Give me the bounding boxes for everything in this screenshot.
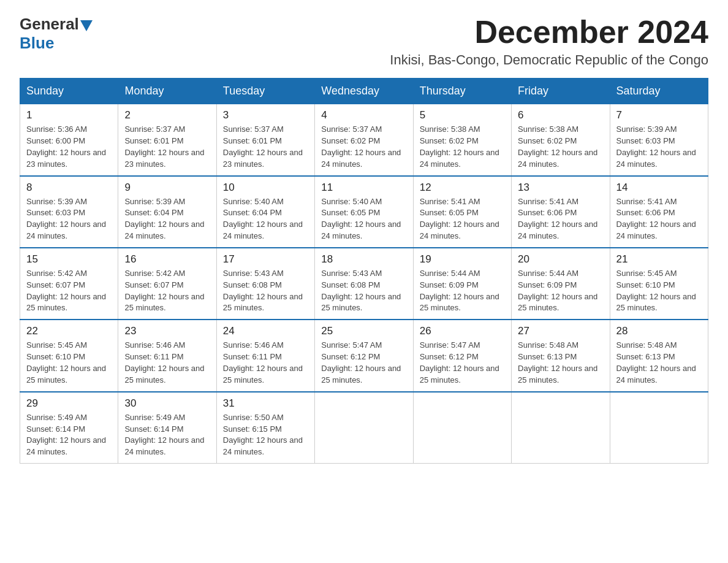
calendar-cell: 5 Sunrise: 5:38 AM Sunset: 6:02 PM Dayli… — [413, 104, 511, 176]
weekday-header-saturday: Saturday — [610, 79, 708, 104]
calendar-cell: 26 Sunrise: 5:47 AM Sunset: 6:12 PM Dayl… — [413, 320, 511, 391]
weekday-header-friday: Friday — [512, 79, 610, 104]
day-info: Sunrise: 5:38 AM Sunset: 6:02 PM Dayligh… — [420, 124, 505, 170]
calendar-cell: 2 Sunrise: 5:37 AM Sunset: 6:01 PM Dayli… — [118, 104, 216, 176]
day-info: Sunrise: 5:39 AM Sunset: 6:04 PM Dayligh… — [124, 196, 210, 242]
calendar-cell: 27 Sunrise: 5:48 AM Sunset: 6:13 PM Dayl… — [512, 320, 610, 391]
page-header: General Blue December 2024 Inkisi, Bas-C… — [20, 15, 708, 68]
day-number: 3 — [223, 109, 308, 121]
day-number: 22 — [26, 325, 112, 337]
weekday-header-thursday: Thursday — [413, 79, 511, 104]
day-info: Sunrise: 5:40 AM Sunset: 6:04 PM Dayligh… — [223, 196, 308, 242]
day-info: Sunrise: 5:37 AM Sunset: 6:01 PM Dayligh… — [124, 124, 210, 170]
weekday-header-wednesday: Wednesday — [315, 79, 413, 104]
calendar-cell: 29 Sunrise: 5:49 AM Sunset: 6:14 PM Dayl… — [20, 392, 118, 464]
calendar-cell: 19 Sunrise: 5:44 AM Sunset: 6:09 PM Dayl… — [413, 248, 511, 320]
day-number: 13 — [518, 182, 603, 194]
calendar-cell: 18 Sunrise: 5:43 AM Sunset: 6:08 PM Dayl… — [315, 248, 413, 320]
day-number: 10 — [223, 182, 308, 194]
calendar-cell: 23 Sunrise: 5:46 AM Sunset: 6:11 PM Dayl… — [118, 320, 216, 391]
day-number: 15 — [26, 253, 112, 266]
calendar-cell: 8 Sunrise: 5:39 AM Sunset: 6:03 PM Dayli… — [20, 176, 118, 248]
day-number: 29 — [26, 397, 112, 410]
day-info: Sunrise: 5:37 AM Sunset: 6:02 PM Dayligh… — [321, 124, 406, 170]
day-info: Sunrise: 5:40 AM Sunset: 6:05 PM Dayligh… — [321, 196, 406, 242]
day-info: Sunrise: 5:36 AM Sunset: 6:00 PM Dayligh… — [26, 124, 112, 170]
day-info: Sunrise: 5:44 AM Sunset: 6:09 PM Dayligh… — [518, 268, 603, 314]
calendar-cell: 4 Sunrise: 5:37 AM Sunset: 6:02 PM Dayli… — [315, 104, 413, 176]
calendar-subtitle: Inkisi, Bas-Congo, Democratic Republic o… — [390, 52, 708, 68]
day-number: 20 — [518, 253, 603, 266]
calendar-cell: 25 Sunrise: 5:47 AM Sunset: 6:12 PM Dayl… — [315, 320, 413, 391]
day-number: 24 — [223, 325, 308, 337]
calendar-cell: 13 Sunrise: 5:41 AM Sunset: 6:06 PM Dayl… — [512, 176, 610, 248]
day-info: Sunrise: 5:46 AM Sunset: 6:11 PM Dayligh… — [223, 340, 308, 386]
weekday-header-sunday: Sunday — [20, 79, 118, 104]
day-info: Sunrise: 5:43 AM Sunset: 6:08 PM Dayligh… — [223, 268, 308, 314]
day-info: Sunrise: 5:41 AM Sunset: 6:05 PM Dayligh… — [420, 196, 505, 242]
day-number: 25 — [321, 325, 406, 337]
calendar-week-5: 29 Sunrise: 5:49 AM Sunset: 6:14 PM Dayl… — [20, 392, 708, 464]
day-number: 21 — [616, 253, 702, 266]
weekday-header-tuesday: Tuesday — [216, 79, 314, 104]
day-number: 9 — [124, 182, 210, 194]
day-info: Sunrise: 5:38 AM Sunset: 6:02 PM Dayligh… — [518, 124, 603, 170]
logo-general-text: General — [20, 15, 79, 34]
day-number: 28 — [616, 325, 702, 337]
calendar-title: December 2024 — [390, 15, 708, 50]
calendar-cell: 3 Sunrise: 5:37 AM Sunset: 6:01 PM Dayli… — [216, 104, 314, 176]
day-info: Sunrise: 5:50 AM Sunset: 6:15 PM Dayligh… — [223, 412, 308, 458]
calendar-cell: 24 Sunrise: 5:46 AM Sunset: 6:11 PM Dayl… — [216, 320, 314, 391]
title-area: December 2024 Inkisi, Bas-Congo, Democra… — [390, 15, 708, 68]
calendar-cell: 1 Sunrise: 5:36 AM Sunset: 6:00 PM Dayli… — [20, 104, 118, 176]
calendar-cell: 30 Sunrise: 5:49 AM Sunset: 6:14 PM Dayl… — [118, 392, 216, 464]
day-info: Sunrise: 5:49 AM Sunset: 6:14 PM Dayligh… — [26, 412, 112, 458]
calendar-cell: 9 Sunrise: 5:39 AM Sunset: 6:04 PM Dayli… — [118, 176, 216, 248]
day-info: Sunrise: 5:37 AM Sunset: 6:01 PM Dayligh… — [223, 124, 308, 170]
calendar-cell: 15 Sunrise: 5:42 AM Sunset: 6:07 PM Dayl… — [20, 248, 118, 320]
calendar-week-2: 8 Sunrise: 5:39 AM Sunset: 6:03 PM Dayli… — [20, 176, 708, 248]
calendar-table: SundayMondayTuesdayWednesdayThursdayFrid… — [20, 78, 708, 464]
calendar-cell: 14 Sunrise: 5:41 AM Sunset: 6:06 PM Dayl… — [610, 176, 708, 248]
day-info: Sunrise: 5:47 AM Sunset: 6:12 PM Dayligh… — [420, 340, 505, 386]
day-info: Sunrise: 5:43 AM Sunset: 6:08 PM Dayligh… — [321, 268, 406, 314]
calendar-cell: 6 Sunrise: 5:38 AM Sunset: 6:02 PM Dayli… — [512, 104, 610, 176]
weekday-header-row: SundayMondayTuesdayWednesdayThursdayFrid… — [20, 79, 708, 104]
day-number: 1 — [26, 109, 112, 121]
calendar-cell: 21 Sunrise: 5:45 AM Sunset: 6:10 PM Dayl… — [610, 248, 708, 320]
day-info: Sunrise: 5:42 AM Sunset: 6:07 PM Dayligh… — [124, 268, 210, 314]
calendar-cell: 20 Sunrise: 5:44 AM Sunset: 6:09 PM Dayl… — [512, 248, 610, 320]
day-number: 16 — [124, 253, 210, 266]
day-info: Sunrise: 5:39 AM Sunset: 6:03 PM Dayligh… — [616, 124, 702, 170]
logo-blue-text: Blue — [20, 34, 54, 53]
calendar-cell — [315, 392, 413, 464]
day-info: Sunrise: 5:47 AM Sunset: 6:12 PM Dayligh… — [321, 340, 406, 386]
calendar-week-3: 15 Sunrise: 5:42 AM Sunset: 6:07 PM Dayl… — [20, 248, 708, 320]
calendar-cell: 12 Sunrise: 5:41 AM Sunset: 6:05 PM Dayl… — [413, 176, 511, 248]
day-number: 23 — [124, 325, 210, 337]
day-info: Sunrise: 5:41 AM Sunset: 6:06 PM Dayligh… — [518, 196, 603, 242]
day-number: 30 — [124, 397, 210, 410]
day-number: 12 — [420, 182, 505, 194]
calendar-week-1: 1 Sunrise: 5:36 AM Sunset: 6:00 PM Dayli… — [20, 104, 708, 176]
day-number: 14 — [616, 182, 702, 194]
weekday-header-monday: Monday — [118, 79, 216, 104]
day-number: 6 — [518, 109, 603, 121]
day-number: 19 — [420, 253, 505, 266]
day-number: 11 — [321, 182, 406, 194]
calendar-week-4: 22 Sunrise: 5:45 AM Sunset: 6:10 PM Dayl… — [20, 320, 708, 391]
day-info: Sunrise: 5:49 AM Sunset: 6:14 PM Dayligh… — [124, 412, 210, 458]
day-info: Sunrise: 5:42 AM Sunset: 6:07 PM Dayligh… — [26, 268, 112, 314]
day-number: 31 — [223, 397, 308, 410]
day-number: 5 — [420, 109, 505, 121]
calendar-cell: 31 Sunrise: 5:50 AM Sunset: 6:15 PM Dayl… — [216, 392, 314, 464]
calendar-cell: 11 Sunrise: 5:40 AM Sunset: 6:05 PM Dayl… — [315, 176, 413, 248]
logo: General Blue — [20, 15, 94, 53]
calendar-cell — [512, 392, 610, 464]
day-number: 7 — [616, 109, 702, 121]
calendar-cell — [413, 392, 511, 464]
day-info: Sunrise: 5:41 AM Sunset: 6:06 PM Dayligh… — [616, 196, 702, 242]
day-info: Sunrise: 5:45 AM Sunset: 6:10 PM Dayligh… — [26, 340, 112, 386]
calendar-cell: 28 Sunrise: 5:48 AM Sunset: 6:13 PM Dayl… — [610, 320, 708, 391]
calendar-cell: 17 Sunrise: 5:43 AM Sunset: 6:08 PM Dayl… — [216, 248, 314, 320]
